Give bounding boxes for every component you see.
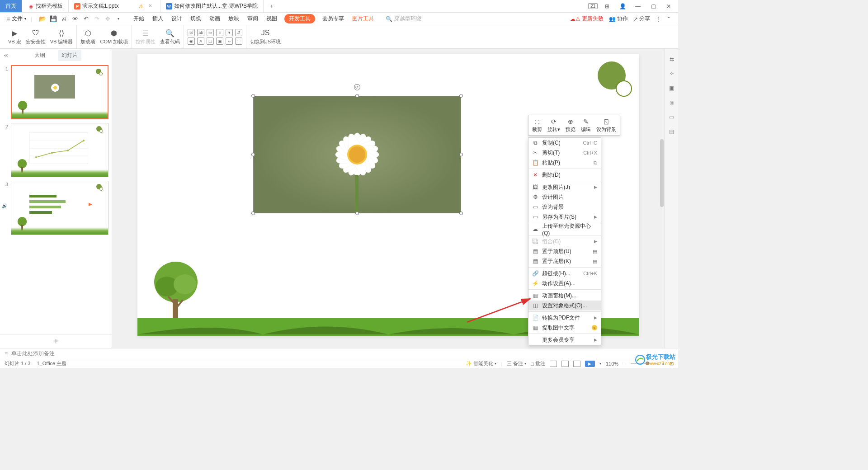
tab-view[interactable]: 视图 <box>265 13 278 24</box>
button-control-icon[interactable]: ▭ <box>207 29 214 36</box>
undo-icon[interactable]: ↶ <box>82 15 90 23</box>
play-dropdown[interactable]: ▾ <box>599 362 601 366</box>
tab-template[interactable]: ◈ 找稻壳模板 <box>22 0 69 12</box>
scroll-control-icon[interactable]: ↔ <box>226 38 233 45</box>
format-icon[interactable]: ✧ <box>668 70 676 78</box>
tab-start[interactable]: 开始 <box>132 13 145 24</box>
context-menu-item[interactable]: ⧉复制(C)Ctrl+C <box>528 138 601 148</box>
text-control-icon[interactable]: ab <box>197 29 204 36</box>
context-menu-item[interactable]: ▦动画窗格(M)... <box>528 291 601 301</box>
context-menu-item[interactable]: 📄转换为PDF文件▶ <box>528 313 601 323</box>
selected-image[interactable]: ⟳ <box>253 96 461 213</box>
slideshow-button[interactable]: ▶ <box>585 361 595 367</box>
apps-icon[interactable]: ⊞ <box>601 0 613 12</box>
slides-tab[interactable]: 幻灯片 <box>58 50 81 61</box>
new-tab-button[interactable]: ＋ <box>264 0 280 12</box>
format-painter-icon[interactable]: ✥ <box>104 15 112 23</box>
vb-editor-button[interactable]: ⟨⟩VB 编辑器 <box>50 28 73 45</box>
tab-developer[interactable]: 开发工具 <box>284 14 315 24</box>
addin-button[interactable]: ⬡加载项 <box>80 28 95 45</box>
tab-insert[interactable]: 插入 <box>151 13 164 24</box>
checkbox-control-icon[interactable]: ☑ <box>188 29 195 36</box>
label-control-icon[interactable]: A <box>197 38 204 45</box>
frame-control-icon[interactable]: ▢ <box>207 38 214 45</box>
context-menu-item[interactable]: ▤置于底层(K)▤ <box>528 256 601 266</box>
edit-button[interactable]: ✎编辑 <box>579 117 593 134</box>
vertical-scrollbar[interactable] <box>659 49 665 348</box>
more-control-icon[interactable]: ⋯ <box>235 38 242 45</box>
close-icon[interactable]: ✕ <box>148 3 155 9</box>
zoom-out-button[interactable]: − <box>623 361 626 367</box>
context-menu-item[interactable]: ◫设置对象格式(O)... <box>528 301 601 310</box>
outline-tab[interactable]: 大纲 <box>31 50 49 61</box>
collab-button[interactable]: 👥 协作 <box>609 15 628 23</box>
resize-handle[interactable] <box>251 212 255 215</box>
rotate-button[interactable]: ⟳旋转▾ <box>545 117 562 134</box>
context-menu-item[interactable]: ✂剪切(T)Ctrl+X <box>528 148 601 158</box>
context-menu-item[interactable]: ▦提取图中文字$ <box>528 323 601 333</box>
image-control-icon[interactable]: ▣ <box>216 38 223 45</box>
resize-handle[interactable] <box>251 153 255 156</box>
open-icon[interactable]: 📂 <box>38 15 47 23</box>
vb-macro-button[interactable]: ▶VB 宏 <box>8 28 21 45</box>
slide-thumbnail-1[interactable] <box>11 65 108 119</box>
slide-item[interactable]: 3 🔊 ▶ <box>0 179 112 237</box>
more-icon[interactable]: ▤ <box>668 127 676 136</box>
avatar-icon[interactable]: 👤 <box>617 0 628 12</box>
context-menu-item[interactable]: ☁上传至稻壳资源中心(Q) <box>528 224 601 234</box>
tab-member[interactable]: 会员专享 <box>321 13 345 24</box>
update-status[interactable]: ☁⚠ 更新失败 <box>570 15 604 23</box>
set-bg-button[interactable]: ⍂设为背景 <box>594 117 618 134</box>
view-code-button[interactable]: 🔍查看代码 <box>160 28 180 45</box>
resize-handle[interactable] <box>459 94 463 98</box>
slide-thumbnail-3[interactable]: ▶ <box>11 181 108 235</box>
tab-transition[interactable]: 切换 <box>189 13 202 24</box>
search-box[interactable]: 🔍 穿越型环绕 <box>386 15 421 23</box>
scrollbar-thumb[interactable] <box>660 139 664 207</box>
sorter-view-button[interactable] <box>561 361 569 367</box>
reading-view-button[interactable] <box>573 361 580 367</box>
object-icon[interactable]: ▣ <box>668 84 676 92</box>
context-menu-item[interactable]: 🔗超链接(H)...Ctrl+K <box>528 268 601 278</box>
tab-review[interactable]: 审阅 <box>246 13 259 24</box>
minimize-icon[interactable]: — <box>632 0 644 12</box>
context-menu-item[interactable]: ⚙设计图片 <box>528 192 601 202</box>
macro-security-button[interactable]: 🛡宏安全性 <box>26 28 46 45</box>
context-menu-item[interactable]: 🖼更改图片(J)▶ <box>528 182 601 192</box>
context-menu-item[interactable]: ▤置于顶层(U)▤ <box>528 246 601 256</box>
context-menu-item[interactable]: 更多会员专享▶ <box>528 335 601 345</box>
slide-item[interactable]: 2 <box>0 121 112 179</box>
tab-design[interactable]: 设计 <box>170 13 183 24</box>
close-window-icon[interactable]: ✕ <box>663 0 675 12</box>
resize-handle[interactable] <box>355 94 359 98</box>
file-menu[interactable]: ≡ 文件 ▾ <box>4 15 29 23</box>
js-env-button[interactable]: JS切换到JS环境 <box>250 28 281 45</box>
notes-button[interactable]: 三备注▾ <box>507 360 526 367</box>
resize-handle[interactable] <box>459 212 463 215</box>
notification-badge[interactable]: 21 <box>588 3 598 9</box>
spin-control-icon[interactable]: ⇵ <box>235 29 242 36</box>
redo-icon[interactable]: ↷ <box>93 15 101 23</box>
add-slide-button[interactable]: + <box>0 334 112 348</box>
tab-document-active[interactable]: P 演示文稿1.pptx ⚠ ✕ <box>69 0 160 12</box>
tab-slideshow[interactable]: 放映 <box>227 13 240 24</box>
tab-web[interactable]: W 如何修改图片默认...堂-源WPS学院 <box>160 0 264 12</box>
resize-handle[interactable] <box>355 212 359 215</box>
nav-icon[interactable]: ◎ <box>668 99 676 107</box>
resize-handle[interactable] <box>251 94 255 98</box>
chevron-down-icon[interactable]: ▾ <box>114 15 123 23</box>
collapse-ribbon-icon[interactable]: ⌃ <box>666 16 671 22</box>
more-icon[interactable]: ⋮ <box>656 16 661 22</box>
preview-button[interactable]: ⊕预览 <box>563 117 578 134</box>
combo-control-icon[interactable]: ▾ <box>226 29 233 36</box>
beautify-button[interactable]: ✨智能美化▾ <box>466 360 496 367</box>
rotate-handle[interactable]: ⟳ <box>354 84 360 90</box>
radio-control-icon[interactable]: ◉ <box>188 38 195 45</box>
comments-button[interactable]: □批注 <box>531 360 545 367</box>
book-icon[interactable]: ▭ <box>668 113 676 121</box>
slide-thumbnail-2[interactable] <box>11 123 108 177</box>
list-control-icon[interactable]: ≡ <box>216 29 223 36</box>
normal-view-button[interactable] <box>550 361 557 367</box>
context-menu-item[interactable]: ✕删除(D) <box>528 170 601 180</box>
save-icon[interactable]: 💾 <box>49 15 57 23</box>
